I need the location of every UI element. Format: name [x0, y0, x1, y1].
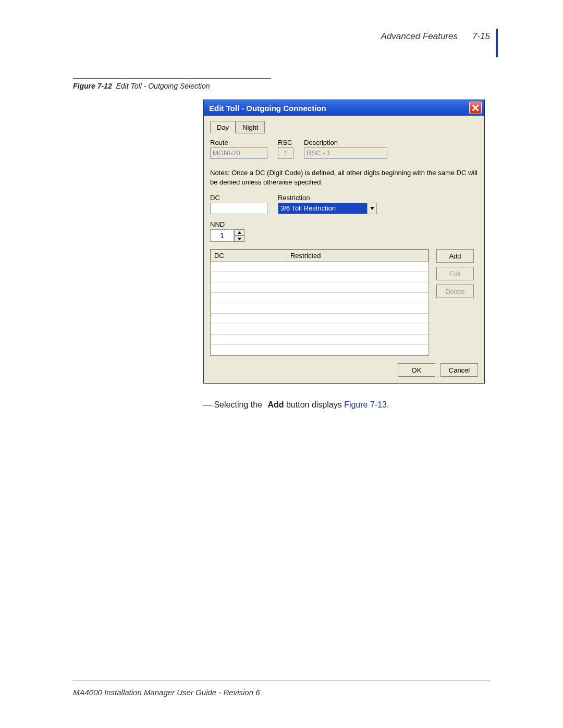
combo-arrow[interactable]: [368, 203, 377, 214]
edit-button[interactable]: Edit: [436, 267, 474, 280]
chevron-up-icon: [238, 231, 241, 234]
cancel-button[interactable]: Cancel: [440, 363, 478, 377]
footer-rule: [73, 681, 490, 681]
restriction-selected: 3/6 Toll Restriction: [278, 203, 368, 214]
tab-day[interactable]: Day: [210, 121, 236, 133]
col-dc[interactable]: DC: [211, 250, 287, 262]
figure-title: Edit Toll - Outgoing Selection: [116, 82, 210, 90]
description-field: RSC - 1: [304, 147, 387, 159]
route-field: MGNI-20: [210, 147, 267, 159]
body-mid: button displays: [284, 400, 345, 409]
col-restricted[interactable]: Restricted: [287, 250, 428, 262]
tab-night[interactable]: Night: [236, 121, 265, 133]
chevron-down-icon: [370, 207, 374, 210]
body-paragraph: — Selecting the Add button displays Figu…: [203, 400, 490, 410]
table-row[interactable]: [211, 335, 429, 345]
nnd-down-button[interactable]: [234, 236, 244, 242]
body-prefix: — Selecting the: [203, 400, 264, 409]
rsc-label: RSC: [278, 139, 293, 146]
dialog-title: Edit Toll - Outgoing Connection: [209, 104, 326, 113]
nnd-label: NND: [210, 220, 478, 228]
table-row[interactable]: [211, 282, 429, 293]
table-header-row: DC Restricted: [211, 250, 429, 262]
figure-reference-link[interactable]: Figure 7-13: [344, 400, 387, 409]
table-row[interactable]: [211, 314, 429, 324]
nnd-input[interactable]: [210, 229, 234, 242]
header-vertical-rule: [496, 29, 498, 57]
dc-input[interactable]: [210, 203, 267, 214]
nnd-spinner[interactable]: [210, 229, 247, 242]
notes-text: Notes: Once a DC (Digit Code) is defined…: [210, 168, 478, 187]
table-row[interactable]: [211, 293, 429, 303]
delete-button[interactable]: Delete: [436, 285, 474, 298]
table-row[interactable]: [211, 324, 429, 335]
table-row[interactable]: [211, 272, 429, 282]
body-bold: Add: [267, 400, 284, 409]
description-label: Description: [304, 139, 387, 146]
restriction-combo[interactable]: 3/6 Toll Restriction: [278, 203, 377, 214]
close-button[interactable]: [469, 102, 482, 114]
header-page-number: 7-15: [472, 31, 490, 42]
route-label: Route: [210, 139, 267, 146]
dc-label: DC: [210, 194, 267, 202]
body-suffix: .: [387, 400, 389, 409]
chevron-down-icon: [238, 238, 241, 240]
table-row[interactable]: [211, 303, 429, 314]
header-section: Advanced Features: [381, 31, 458, 42]
page-footer: MA4000 Installation Manager User Guide -…: [73, 688, 260, 697]
close-icon: [472, 104, 479, 112]
figure-caption: Figure 7-12 Edit Toll - Outgoing Selecti…: [73, 82, 490, 90]
rsc-field: 1: [278, 147, 293, 159]
dc-table[interactable]: DC Restricted: [210, 249, 429, 356]
tab-strip: Day Night: [210, 121, 478, 133]
figure-label: Figure 7-12: [73, 82, 112, 90]
table-row[interactable]: [211, 345, 429, 355]
restriction-label: Restriction: [278, 194, 377, 202]
ok-button[interactable]: OK: [398, 363, 435, 377]
page-header: Advanced Features 7-15: [381, 31, 490, 42]
dialog-titlebar[interactable]: Edit Toll - Outgoing Connection: [204, 100, 484, 116]
edit-toll-dialog: Edit Toll - Outgoing Connection Day Nigh…: [203, 100, 485, 384]
table-row[interactable]: [211, 262, 429, 272]
add-button[interactable]: Add: [436, 249, 474, 263]
figure-rule: [73, 78, 271, 79]
nnd-up-button[interactable]: [234, 229, 244, 236]
